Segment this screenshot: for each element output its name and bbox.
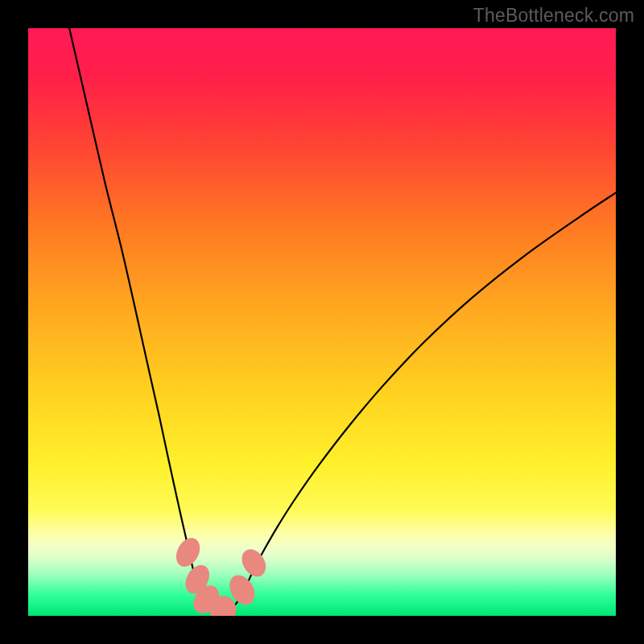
chart-plot-area xyxy=(28,28,616,616)
watermark-text: TheBottleneck.com xyxy=(473,5,634,27)
chart-frame: TheBottleneck.com xyxy=(0,0,644,644)
chart-svg xyxy=(28,28,616,616)
chart-background xyxy=(28,28,616,616)
